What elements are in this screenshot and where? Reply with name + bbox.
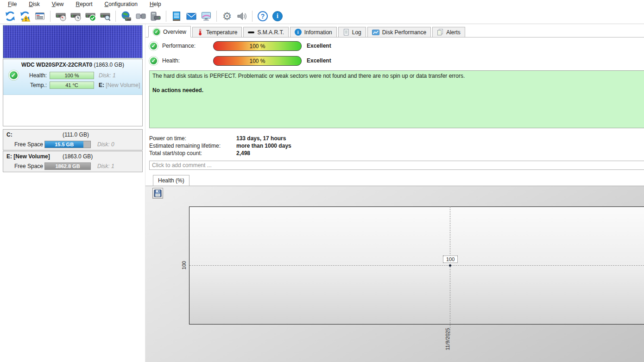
temp-value: 41 °C <box>65 82 78 88</box>
toolbar-separator <box>115 11 116 22</box>
volume-name: [New Volume] <box>106 82 140 88</box>
toolbar-separator <box>166 11 166 22</box>
tab-overview[interactable]: ✓ Overview <box>148 26 191 37</box>
partition-disk-index: Disk: 1 <box>97 163 114 169</box>
partition-size: (1863.0 GB) <box>63 153 93 160</box>
disk-clock-icon[interactable] <box>69 10 82 23</box>
disk-list: WDC WD20SPZX-22CRAT0 (1863.0 GB) ✓ Healt… <box>3 59 143 126</box>
partition-name: E: [New Volume] <box>6 153 50 160</box>
main-tab-bar: ✓ Overview Temperature S.M.A.R.T. i Info… <box>145 25 644 37</box>
tab-label: Log <box>352 29 361 36</box>
health-label: Health: <box>21 72 47 79</box>
performance-row: ✓ Performance: 100 % Excellent <box>149 41 331 51</box>
chart-icon <box>372 29 379 36</box>
refresh-icon[interactable] <box>3 10 17 23</box>
disk-connect-icon[interactable] <box>134 10 148 23</box>
hdsentinel-window: File Disk View Report Configuration Help <box>0 0 644 362</box>
free-space-bar: 15.5 GB <box>44 141 91 148</box>
chart-ytick-100: 100 <box>181 256 187 275</box>
document-icon <box>343 29 349 36</box>
free-space-label: Free Space <box>14 141 44 148</box>
toolbar: ⚙ ? i <box>0 8 644 24</box>
free-space-bar: 1862.8 GB <box>44 162 91 170</box>
disk-model: WDC WD20SPZX-22CRAT0 <box>21 62 92 68</box>
disk-performance-icon[interactable] <box>54 10 68 23</box>
performance-label: Performance: <box>162 43 213 49</box>
settings-gear-icon[interactable]: ⚙ <box>220 10 234 23</box>
refresh-alert-icon[interactable] <box>18 10 32 23</box>
health-row: ✓ Health: 100 % Excellent <box>149 56 331 66</box>
status-line-1: The hard disk status is PERFECT. Problem… <box>152 73 641 79</box>
info-circle-icon: i <box>295 29 302 36</box>
start-stop-count-label: Total start/stop count: <box>149 150 236 156</box>
chart-data-point[interactable] <box>449 264 451 267</box>
menu-configuration[interactable]: Configuration <box>99 0 144 8</box>
free-space-value: 1862.8 GB <box>45 163 90 170</box>
performance-rating: Excellent <box>307 43 331 49</box>
menu-view[interactable]: View <box>46 0 70 8</box>
disk-index: Disk: 1 <box>99 72 116 79</box>
disk-surface-image <box>3 25 143 58</box>
partition-name: C: <box>6 131 13 138</box>
tab-label: Temperature <box>206 29 237 36</box>
volume-label: E: [New Volume] <box>99 82 140 88</box>
details-panel-icon[interactable] <box>33 10 47 23</box>
menu-file[interactable]: File <box>2 0 23 8</box>
volume-drive: E: <box>99 82 104 88</box>
chart-xtick-date: 11/9/2025 <box>445 316 451 362</box>
disk-bay-icon[interactable] <box>149 10 163 23</box>
status-text-box: The hard disk status is PERFECT. Problem… <box>149 70 644 128</box>
mail-icon[interactable] <box>184 10 198 23</box>
chart-plot-area <box>189 206 644 325</box>
disk-search-icon[interactable] <box>98 10 112 23</box>
save-chart-button[interactable] <box>152 188 163 199</box>
health-label: Health: <box>162 57 213 64</box>
chart-gridline-100 <box>189 265 644 266</box>
disk-list-item-wdc[interactable]: WDC WD20SPZX-22CRAT0 (1863.0 GB) ✓ Healt… <box>3 59 142 95</box>
toolbar-separator <box>50 11 51 22</box>
tab-health-chart[interactable]: Health (%) <box>153 175 189 186</box>
menu-help[interactable]: Help <box>144 0 167 8</box>
partition-size: (111.0 GB) <box>63 131 89 138</box>
free-space-label: Free Space <box>14 163 44 169</box>
smart-icon <box>248 31 254 33</box>
comment-input[interactable]: Click to add comment ... <box>149 161 644 170</box>
disk-size: (1863.0 GB) <box>94 62 124 68</box>
disk-model-header: WDC WD20SPZX-22CRAT0 (1863.0 GB) <box>3 59 142 70</box>
tab-smart[interactable]: S.M.A.R.T. <box>243 27 288 37</box>
sound-icon[interactable] <box>235 10 249 23</box>
start-stop-count-value: 2,498 <box>236 150 250 156</box>
menu-report[interactable]: Report <box>70 0 99 8</box>
remaining-lifetime-value: more than 1000 days <box>236 143 291 149</box>
tab-alerts[interactable]: Alerts <box>432 27 465 37</box>
partition-disk-index: Disk: 0 <box>97 141 114 148</box>
network-disk-icon[interactable] <box>119 10 133 23</box>
remaining-lifetime-label: Estimated remaining lifetime: <box>149 143 236 149</box>
tab-label: Overview <box>163 29 186 35</box>
thermometer-icon <box>197 29 203 36</box>
tab-label: Information <box>304 29 332 36</box>
toolbar-separator <box>216 11 217 22</box>
toolbar-separator <box>252 11 253 22</box>
tab-information[interactable]: i Information <box>290 27 337 37</box>
temp-bar: 41 °C <box>50 81 94 89</box>
temp-label: Temp.: <box>21 82 47 88</box>
information-icon[interactable]: i <box>271 10 284 23</box>
partition-item-e[interactable]: E: [New Volume] (1863.0 GB) Free Space 1… <box>3 151 143 172</box>
free-space-value: 15.5 GB <box>45 141 83 148</box>
tab-label: Disk Performance <box>382 29 426 36</box>
tab-disk-performance[interactable]: Disk Performance <box>367 27 431 37</box>
remote-monitor-icon[interactable] <box>199 10 213 23</box>
disk-ok-icon[interactable] <box>83 10 97 23</box>
tab-temperature[interactable]: Temperature <box>192 27 242 37</box>
status-line-2: No actions needed. <box>152 87 641 94</box>
health-rating: Excellent <box>307 57 331 64</box>
help-glyph: ? <box>258 11 268 21</box>
performance-bar: 100 % <box>213 41 302 51</box>
health-bar: 100 % <box>50 72 94 79</box>
menu-disk[interactable]: Disk <box>23 0 45 8</box>
partition-item-c[interactable]: C: (111.0 GB) Free Space 15.5 GB Disk: 0 <box>3 129 143 150</box>
help-icon[interactable]: ? <box>256 10 270 23</box>
tab-log[interactable]: Log <box>338 27 366 37</box>
report-notepad-icon[interactable] <box>170 10 183 23</box>
